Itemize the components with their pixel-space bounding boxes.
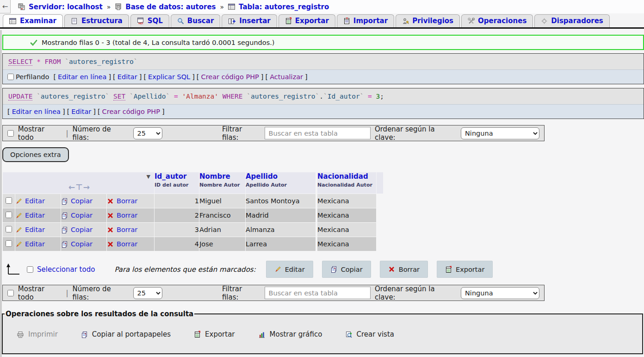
- tab-operaciones[interactable]: Operaciones: [461, 14, 533, 27]
- filter-rows-input[interactable]: [265, 287, 371, 299]
- edit-link[interactable]: Editar: [71, 108, 91, 115]
- row-edit-link[interactable]: Editar: [15, 212, 61, 219]
- row-checkbox[interactable]: [6, 240, 12, 247]
- tab-sql[interactable]: SQL: [130, 14, 169, 27]
- filter-rows-label: Filtrar filas:: [222, 285, 260, 301]
- tab-disparadores[interactable]: Disparadores: [534, 14, 609, 27]
- cell-nombre: Adrian: [199, 223, 245, 237]
- tab-buscar[interactable]: Buscar: [171, 14, 220, 27]
- sort-key-select[interactable]: Ninguna: [461, 127, 539, 139]
- export-link[interactable]: Exportar: [194, 330, 235, 338]
- tab-examinar[interactable]: Examinar: [3, 14, 63, 27]
- extra-options-button[interactable]: Opciones extra: [2, 147, 69, 162]
- tab-importar[interactable]: Importar: [337, 14, 394, 27]
- row-checkbox[interactable]: [6, 197, 12, 204]
- rows-count-select[interactable]: 25: [133, 127, 162, 139]
- inline-edit-link[interactable]: Editar en línea: [12, 108, 61, 115]
- row-copy-link[interactable]: Copiar: [61, 197, 106, 205]
- select-query-sql: SELECT * FROM `autores_registro`: [3, 54, 644, 69]
- column-move-icon[interactable]: ←⊤→: [8, 182, 150, 192]
- delete-x-icon: [107, 212, 114, 219]
- pencil-icon: [15, 226, 22, 233]
- tab-privilegios[interactable]: Privilegios: [396, 14, 460, 27]
- row-checkbox[interactable]: [6, 226, 12, 232]
- breadcrumb-separator: »: [220, 3, 224, 11]
- select-all-checkbox[interactable]: [27, 266, 33, 273]
- inline-edit-link[interactable]: Editar en línea: [58, 73, 106, 81]
- sort-direction-icon[interactable]: ▼: [147, 174, 150, 180]
- selected-export-button[interactable]: Exportar: [437, 261, 493, 278]
- explain-sql-link[interactable]: Explicar SQL: [148, 73, 190, 81]
- print-link[interactable]: Imprimir: [17, 330, 58, 338]
- with-selected-bar: Seleccionar todo Para los elementos que …: [6, 261, 644, 278]
- row-edit-link[interactable]: Editar: [15, 197, 61, 205]
- tab-insertar[interactable]: Insertar: [222, 14, 277, 27]
- row-delete-link[interactable]: Borrar: [107, 212, 154, 219]
- back-button[interactable]: ←: [0, 0, 11, 13]
- cell-nombre: Jose: [199, 237, 245, 251]
- breadcrumb-database-link[interactable]: Base de datos: autores: [115, 3, 216, 11]
- row-delete-link[interactable]: Borrar: [107, 197, 154, 205]
- row-edit-link[interactable]: Editar: [15, 226, 61, 233]
- row-delete-link[interactable]: Borrar: [107, 226, 154, 233]
- select-all-link[interactable]: Seleccionar todo: [37, 265, 95, 274]
- tab-exportar[interactable]: Exportar: [279, 14, 335, 27]
- server-icon: [18, 3, 25, 10]
- refresh-link[interactable]: Actualizar: [270, 73, 303, 81]
- copy-icon: [330, 266, 337, 273]
- copy-icon: [61, 226, 68, 233]
- create-php-code-link[interactable]: Crear código PHP: [102, 108, 160, 115]
- create-view-link[interactable]: Crear vista: [345, 330, 394, 338]
- breadcrumb: Servidor: localhost » Base de datos: aut…: [18, 3, 329, 11]
- success-check-icon: [30, 39, 37, 46]
- export-icon: [194, 331, 201, 338]
- selected-copy-button[interactable]: Copiar: [322, 261, 371, 278]
- table-icon: [228, 3, 235, 10]
- selected-edit-button[interactable]: Editar: [266, 261, 313, 278]
- row-copy-link[interactable]: Copiar: [61, 240, 106, 248]
- query-results-operations: Operaciones sobre los resultados de la c…: [2, 310, 643, 354]
- column-sort-link[interactable]: Nacionalidad: [317, 172, 376, 181]
- cell-apellido: Santos Montoya: [246, 194, 316, 208]
- tab-estructura[interactable]: Estructura: [64, 14, 129, 27]
- profiling-checkbox[interactable]: [7, 74, 14, 80]
- insert-icon: [228, 18, 236, 25]
- copy-to-clipboard-link[interactable]: Copiar al portapapeles: [81, 330, 171, 338]
- row-delete-link[interactable]: Borrar: [107, 240, 154, 248]
- sort-key-select[interactable]: Ninguna: [461, 287, 539, 299]
- export-icon: [285, 17, 292, 25]
- column-sort-link[interactable]: Apellido: [246, 172, 316, 181]
- table-options-header: ▼ ←⊤→: [3, 172, 154, 194]
- chart-icon: [258, 331, 266, 338]
- sort-key-label: Ordenar según la clave:: [375, 125, 457, 142]
- delete-x-icon: [388, 266, 395, 273]
- show-all-checkbox[interactable]: [7, 290, 14, 296]
- selected-delete-button[interactable]: Borrar: [380, 261, 428, 278]
- show-all-checkbox[interactable]: [7, 130, 14, 137]
- display-chart-link[interactable]: Mostrar gráfico: [258, 330, 322, 338]
- show-all-label: Mostrar todo: [18, 125, 62, 142]
- copy-icon: [61, 198, 68, 205]
- rows-count-select[interactable]: 25: [133, 287, 162, 299]
- breadcrumb-server-link[interactable]: Servidor: localhost: [18, 3, 103, 11]
- edit-link[interactable]: Editar: [118, 73, 137, 81]
- cell-nombre: Francisco: [199, 208, 245, 222]
- triggers-icon: [541, 18, 548, 25]
- create-php-code-link[interactable]: Crear código PHP: [201, 73, 259, 81]
- filter-rows-input[interactable]: [265, 127, 371, 139]
- breadcrumb-table-link[interactable]: Tabla: autores_registro: [228, 3, 329, 11]
- results-controls-top: Mostrar todo | Número de filas: 25 Filtr…: [2, 125, 545, 141]
- cell-id-autor: 2: [155, 208, 199, 222]
- pencil-icon: [15, 198, 22, 205]
- select-query-block: SELECT * FROM `autores_registro` Perfila…: [2, 53, 644, 84]
- table-row: Editar Copiar Borrar 4 Jose Larrea Mexic…: [3, 237, 383, 251]
- row-checkbox[interactable]: [6, 212, 12, 218]
- operations-legend: Operaciones sobre los resultados de la c…: [5, 310, 194, 318]
- row-edit-link[interactable]: Editar: [15, 240, 61, 248]
- column-sort-link[interactable]: Id_autor: [155, 172, 199, 181]
- back-arrow-icon: ←: [2, 2, 8, 11]
- row-copy-link[interactable]: Copiar: [61, 226, 106, 233]
- pencil-icon: [15, 212, 22, 219]
- column-sort-link[interactable]: Nombre: [199, 172, 245, 181]
- row-copy-link[interactable]: Copiar: [61, 212, 106, 219]
